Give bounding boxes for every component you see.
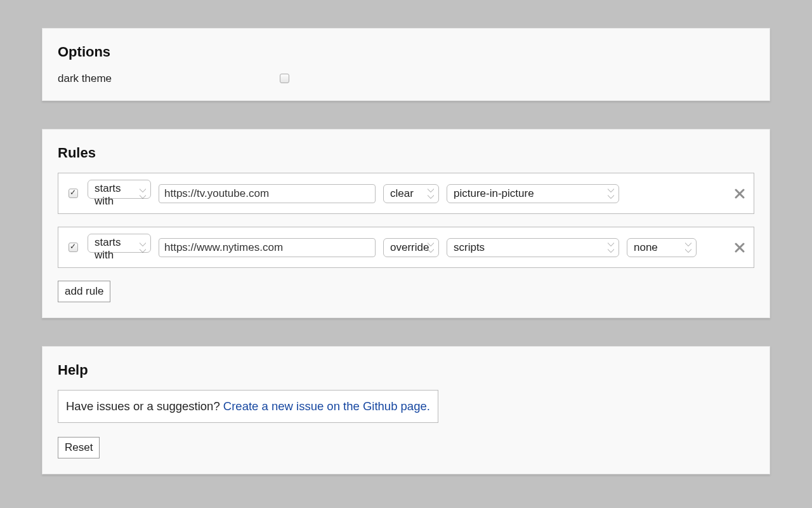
- help-github-link[interactable]: Create a new issue on the Github page.: [223, 399, 430, 413]
- rule-action-select[interactable]: clear: [383, 184, 439, 203]
- dark-theme-label: dark theme: [58, 72, 277, 85]
- rules-panel: Rules starts with clear picture-in-pictu…: [42, 129, 770, 318]
- dark-theme-checkbox[interactable]: [280, 74, 289, 83]
- help-panel: Help Have issues or a suggestion? Create…: [42, 346, 770, 474]
- rule-option-select[interactable]: scripts: [447, 238, 619, 257]
- options-panel: Options dark theme: [42, 28, 770, 101]
- settings-page: Options dark theme Rules starts with cle…: [0, 0, 812, 508]
- rule-value-select[interactable]: none: [627, 238, 697, 257]
- help-title: Help: [58, 362, 754, 378]
- close-icon: [735, 243, 745, 253]
- add-rule-button[interactable]: add rule: [58, 281, 110, 302]
- dark-theme-row: dark theme: [58, 72, 754, 85]
- rule-url-input[interactable]: [159, 238, 376, 257]
- rule-enabled-checkbox[interactable]: [69, 189, 78, 198]
- rule-delete-button[interactable]: [733, 241, 746, 254]
- rule-row: starts with clear picture-in-picture: [58, 173, 754, 214]
- help-message: Have issues or a suggestion? Create a ne…: [58, 390, 438, 423]
- rule-option-select[interactable]: picture-in-picture: [447, 184, 619, 203]
- close-icon: [735, 189, 745, 199]
- rules-title: Rules: [58, 145, 754, 161]
- reset-button[interactable]: Reset: [58, 437, 100, 458]
- rule-enabled-checkbox[interactable]: [69, 243, 78, 252]
- help-prompt-text: Have issues or a suggestion?: [66, 399, 223, 413]
- rule-action-select[interactable]: override: [383, 238, 439, 257]
- rule-delete-button[interactable]: [733, 187, 746, 200]
- rule-match-select[interactable]: starts with: [88, 180, 151, 199]
- rule-row: starts with override scripts none: [58, 227, 754, 268]
- options-title: Options: [58, 44, 754, 60]
- rule-url-input[interactable]: [159, 184, 376, 203]
- rule-match-select[interactable]: starts with: [88, 234, 151, 253]
